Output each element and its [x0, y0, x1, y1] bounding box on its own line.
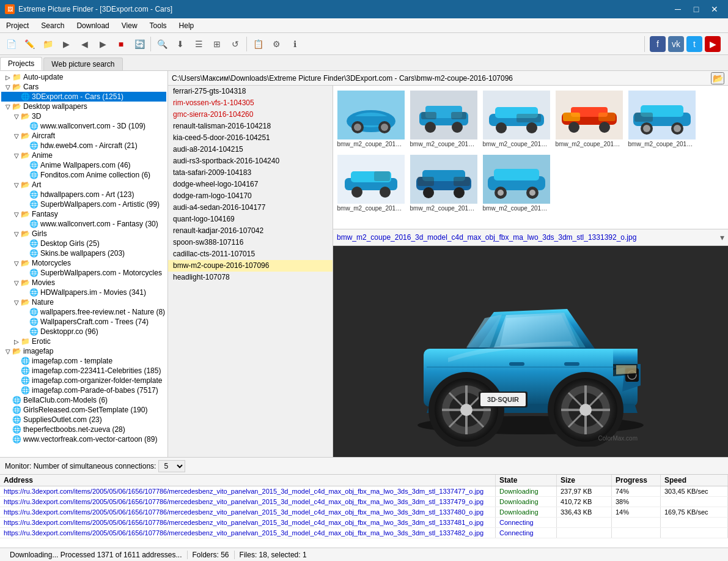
monitor-connections-dropdown[interactable]: 5 1 2 3 10: [158, 460, 185, 472]
tree-toggle[interactable]: ▽: [12, 182, 21, 188]
tree-item-vectorfreak[interactable]: 🌐 www.vectorfreak.com-vector-cartoon (89…: [1, 434, 166, 444]
close-button[interactable]: ✕: [706, 3, 723, 15]
thumbnail-item[interactable]: bmw_m2_coupe_2016_3d...: [336, 152, 406, 214]
file-list-item[interactable]: renault-kadjar-2016-107042: [168, 225, 333, 237]
tree-toggle[interactable]: ▽: [12, 231, 21, 237]
tree-item-suppliesoutlet[interactable]: 🌐 SuppliesOutlet.com (23): [1, 415, 166, 425]
file-list-item[interactable]: renault-talisman-2016-104218: [168, 121, 333, 132]
tab-web-picture-search[interactable]: Web picture search: [43, 58, 122, 70]
file-list-item-selected[interactable]: bmw-m2-coupe-2016-107096: [168, 260, 333, 272]
tree-item-imagefap-parade[interactable]: 🌐 imagefap.com-Parade-of-babes (7517): [1, 385, 166, 395]
thumbnail-item[interactable]: bmw_m2_coupe_2016_3d...: [408, 152, 479, 214]
tree-item-fonditos[interactable]: 🌐 Fonditos.com Anime collection (6): [1, 170, 166, 180]
thumbnail-item[interactable]: bmw_m2_coupe_2016_3d...: [408, 88, 479, 150]
tree-item-imagefap-celebrities[interactable]: 🌐 imagefap.com-223411-Celebrities (185): [1, 366, 166, 376]
tree-item-desktop-girls[interactable]: 🌐 Desktop Girls (25): [1, 239, 166, 248]
tree-toggle[interactable]: ▽: [12, 260, 21, 267]
tree-toggle[interactable]: ▽: [12, 152, 21, 159]
tree-item-art[interactable]: ▽ 📂 Art: [1, 180, 166, 190]
file-list-item[interactable]: headlight-107078: [168, 272, 333, 283]
tree-item-fantasy[interactable]: ▽ 📂 Fantasy: [1, 209, 166, 219]
download-row[interactable]: https://ru.3dexport.com/items/2005/05/06…: [0, 497, 728, 507]
tree-item-3dexport[interactable]: 🌐 3DExport.com - Cars (1251): [1, 92, 166, 102]
thumbnail-item[interactable]: bmw_m2_coupe_2016_3d...: [481, 88, 551, 150]
tree-toggle[interactable]: ▽: [12, 113, 21, 120]
download-row[interactable]: https://ru.3dexport.com/items/2005/05/06…: [0, 507, 728, 518]
tree-item-wallconvert-3d[interactable]: 🌐 www.wallconvert.com - 3D (109): [1, 121, 166, 131]
file-list-item[interactable]: cadillac-cts-2011-107015: [168, 248, 333, 260]
tab-projects[interactable]: Projects: [0, 57, 42, 70]
vk-icon[interactable]: vk: [668, 36, 684, 52]
facebook-icon[interactable]: f: [650, 36, 666, 52]
menu-help[interactable]: Help: [173, 18, 200, 32]
thumbnail-item[interactable]: bmw_m2_coupe_2016_3d...: [336, 88, 406, 150]
toolbar-edit[interactable]: ✏️: [21, 35, 38, 53]
tree-item-hdwallpapers-movies[interactable]: 🌐 HDWallpapers.im - Movies (341): [1, 288, 166, 297]
toolbar-play[interactable]: ▶: [57, 35, 75, 53]
toolbar-reset[interactable]: ↺: [227, 35, 244, 53]
file-list-item[interactable]: rim-vossen-vfs-1-104305: [168, 97, 333, 109]
tree-item-girlsreleased[interactable]: 🌐 GirlsReleased.com-SetTemplate (190): [1, 405, 166, 415]
tree-item-anime[interactable]: ▽ 📂 Anime: [1, 150, 166, 160]
tree-item-imagefap-organizer[interactable]: 🌐 imagefap.com-organizer-folder-template: [1, 376, 166, 385]
tree-item-cars[interactable]: ▽ 📂 Cars: [1, 82, 166, 92]
thumbnail-item[interactable]: bmw_m2_coupe_2016_3d...: [627, 88, 697, 150]
tree-item-desktoppr[interactable]: 🌐 Desktoppr.co (96): [1, 327, 166, 336]
toolbar-stop[interactable]: ■: [112, 35, 130, 53]
menu-search[interactable]: Search: [35, 18, 70, 32]
tree-item-superbwallpapers-moto[interactable]: 🌐 SuperbWallpapers.com - Motorcycles: [1, 268, 166, 278]
tree-item-superbwallpapers-art[interactable]: 🌐 SuperbWallpapers.com - Artistic (99): [1, 199, 166, 209]
file-list-item[interactable]: kia-ceed-5-door-2016-104251: [168, 132, 333, 144]
tree-item-hdwallpapers-art[interactable]: 🌐 hdwallpapers.com - Art (123): [1, 190, 166, 199]
twitter-icon[interactable]: t: [686, 36, 702, 52]
toolbar-back[interactable]: ◀: [76, 35, 93, 53]
file-list-item[interactable]: gmc-sierra-2016-104260: [168, 109, 333, 121]
file-list-item[interactable]: spoon-sw388-107116: [168, 237, 333, 248]
menu-view[interactable]: View: [116, 18, 144, 32]
toolbar-copy[interactable]: 📋: [249, 35, 267, 53]
tree-toggle[interactable]: ▽: [4, 103, 12, 110]
file-list-item[interactable]: tata-safari-2009-104183: [168, 167, 333, 179]
file-list-item[interactable]: audi-a8-2014-104215: [168, 144, 333, 155]
tree-toggle[interactable]: ▽: [4, 348, 12, 355]
tree-item-hdw-aircraft[interactable]: 🌐 hdw.eweb4.com - Aircraft (21): [1, 141, 166, 150]
tree-item-imagefap[interactable]: ▽ 📂 imagefap: [1, 346, 166, 356]
tree-item-nature[interactable]: ▽ 📂 Nature: [1, 297, 166, 307]
toolbar-refresh[interactable]: 🔄: [131, 35, 148, 53]
file-list-item[interactable]: audi-a4-sedan-2016-104177: [168, 202, 333, 214]
toolbar-forward[interactable]: ▶: [94, 35, 111, 53]
thumbnail-item[interactable]: bmw_m2_coupe_2016_3d...: [554, 88, 624, 150]
download-row[interactable]: https://ru.3dexport.com/items/2005/05/06…: [0, 486, 728, 497]
tree-item-motorcycles[interactable]: ▽ 📂 Motorcycles: [1, 258, 166, 268]
open-folder-button[interactable]: 📂: [711, 72, 724, 84]
tree-item-auto-update[interactable]: ▷ 📁 Auto-update: [1, 72, 166, 82]
file-list-item[interactable]: quant-logo-104169: [168, 214, 333, 225]
menu-tools[interactable]: Tools: [144, 18, 173, 32]
tree-item-perfectboobs[interactable]: 🌐 theperfectboobs.net-zueva (28): [1, 425, 166, 434]
toolbar-folder[interactable]: 📁: [39, 35, 56, 53]
tree-item-desktop-wallpapers[interactable]: ▽ 📂 Desktop wallpapers: [1, 102, 166, 111]
tree-item-3d[interactable]: ▽ 📂 3D: [1, 111, 166, 121]
toolbar-list[interactable]: ☰: [190, 35, 207, 53]
tree-item-skins[interactable]: 🌐 Skins.be wallpapers (203): [1, 248, 166, 258]
tree-item-movies[interactable]: ▽ 📂 Movies: [1, 278, 166, 288]
tree-toggle[interactable]: ▽: [4, 84, 12, 91]
tree-item-wallpapers-nature[interactable]: 🌐 wallpapers.free-review.net - Nature (8…: [1, 307, 166, 317]
file-list-item[interactable]: ferrari-275-gts-104318: [168, 86, 333, 97]
tree-toggle[interactable]: ▷: [12, 338, 21, 345]
toolbar-settings[interactable]: ⚙: [268, 35, 285, 53]
preview-dropdown-arrow[interactable]: ▾: [720, 232, 724, 242]
menu-download[interactable]: Download: [70, 18, 115, 32]
download-row[interactable]: https://ru.3dexport.com/items/2005/05/06…: [0, 528, 728, 538]
download-row[interactable]: https://ru.3dexport.com/items/2005/05/06…: [0, 518, 728, 528]
tree-toggle[interactable]: ▽: [12, 280, 21, 286]
toolbar-info[interactable]: ℹ: [286, 35, 303, 53]
tree-item-girls[interactable]: ▽ 📂 Girls: [1, 229, 166, 239]
tree-toggle[interactable]: ▽: [12, 299, 21, 306]
tree-item-aircraft[interactable]: ▽ 📂 Aircraft: [1, 131, 166, 141]
file-list-item[interactable]: audi-rs3-sportback-2016-104240: [168, 155, 333, 167]
minimize-button[interactable]: ─: [669, 3, 686, 15]
tree-toggle[interactable]: ▷: [4, 74, 12, 81]
tree-item-bellaclub[interactable]: 🌐 BellaClub.com-Models (6): [1, 395, 166, 405]
tree-item-erotic[interactable]: ▷ 📁 Erotic: [1, 336, 166, 346]
